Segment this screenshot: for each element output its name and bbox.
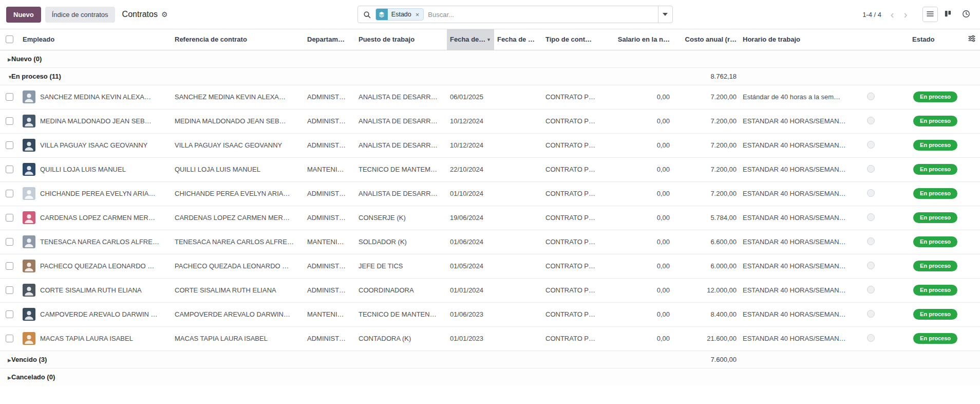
search-input[interactable]: [424, 11, 657, 19]
employee-avatar: [23, 139, 35, 152]
activity-status-icon[interactable]: [867, 141, 875, 149]
kanban-view-button[interactable]: [940, 7, 956, 22]
table-row[interactable]: CORTE SISALIMA RUTH ELIANA CORTE SISALIM…: [0, 278, 980, 302]
column-header-salario[interactable]: Salario en la n…: [607, 29, 673, 50]
search-dropdown-toggle[interactable]: [658, 6, 672, 23]
column-header-puesto[interactable]: Puesto de trabajo: [355, 29, 447, 50]
filter-facet-estado[interactable]: Estado ×: [375, 8, 424, 21]
cell-end-date: [494, 326, 542, 351]
cell-position: CONTADORA (K): [355, 326, 447, 351]
cell-end-date: [494, 230, 542, 254]
activity-status-icon[interactable]: [867, 213, 875, 221]
table-row[interactable]: PACHECO QUEZADA LEONARDO … PACHECO QUEZA…: [0, 254, 980, 278]
table-row[interactable]: QUILLI LOJA LUIS MANUEL QUILLI LOJA LUIS…: [0, 157, 980, 181]
employee-avatar: [23, 187, 35, 200]
gear-icon[interactable]: ⚙: [161, 10, 168, 19]
cell-end-date: [494, 133, 542, 157]
table-row[interactable]: SANCHEZ MEDINA KEVIN ALEXA… SANCHEZ MEDI…: [0, 85, 980, 109]
column-header-estado[interactable]: Estado: [909, 29, 964, 50]
cell-department: MANTENI…: [304, 230, 355, 254]
activity-status-icon[interactable]: [867, 334, 875, 342]
group-row[interactable]: ▶Vencido (3) 7.600,00: [0, 351, 980, 368]
row-checkbox[interactable]: [6, 93, 13, 101]
group-caret-icon[interactable]: ▶: [3, 57, 11, 62]
activity-view-button[interactable]: [958, 7, 974, 22]
activity-status-icon[interactable]: [867, 117, 875, 124]
column-header-departamento[interactable]: Departam…: [304, 29, 355, 50]
row-checkbox[interactable]: [6, 141, 13, 149]
cell-contract-type: CONTRATO P…: [542, 230, 607, 254]
cell-department: ADMINIST…: [304, 254, 355, 278]
sort-desc-icon: ▾: [487, 37, 490, 42]
status-badge: En proceso: [913, 212, 957, 223]
activity-status-icon[interactable]: [867, 93, 875, 100]
row-checkbox[interactable]: [6, 190, 13, 197]
cell-end-date: [494, 109, 542, 133]
new-button[interactable]: Nuevo: [6, 7, 41, 23]
table-row[interactable]: TENESACA NAREA CARLOS ALFRE… TENESACA NA…: [0, 230, 980, 254]
pager-next-button[interactable]: ›: [899, 7, 912, 22]
table-row[interactable]: MEDINA MALDONADO JEAN SEB… MEDINA MALDON…: [0, 109, 980, 133]
breadcrumb-index-button[interactable]: Índice de contratos: [45, 7, 115, 23]
activity-status-icon[interactable]: [867, 189, 875, 197]
activity-status-icon[interactable]: [867, 262, 875, 269]
facet-remove-icon[interactable]: ×: [415, 11, 424, 18]
cell-schedule: ESTANDAR 40 HORAS/SEMAN…: [740, 181, 858, 206]
search-bar[interactable]: Estado ×: [357, 6, 673, 23]
table-row[interactable]: CHICHANDE PEREA EVELYN ARIA… CHICHANDE P…: [0, 181, 980, 206]
group-label: En proceso (11): [11, 72, 61, 80]
cell-annual-cost: 7.200,00: [673, 157, 740, 181]
employee-name: MEDINA MALDONADO JEAN SEB…: [40, 117, 152, 125]
activity-status-icon[interactable]: [867, 286, 875, 293]
group-caret-icon[interactable]: ▶: [3, 358, 11, 363]
activity-status-icon[interactable]: [867, 165, 875, 173]
row-checkbox[interactable]: [6, 238, 13, 246]
group-row[interactable]: ▶Cancelado (0): [0, 368, 980, 385]
status-badge: En proceso: [913, 140, 957, 151]
column-header-referencia[interactable]: Referencia de contrato: [172, 29, 304, 50]
column-header-empleado[interactable]: Empleado: [20, 29, 172, 50]
status-badge: En proceso: [913, 236, 957, 247]
cell-contract-type: CONTRATO P…: [542, 278, 607, 302]
column-header-fecha-inicio[interactable]: Fecha de…▾: [447, 29, 494, 50]
column-header-horario[interactable]: Horario de trabajo: [740, 29, 858, 50]
group-caret-icon[interactable]: ▼: [3, 75, 11, 80]
column-header-fecha-fin[interactable]: Fecha de …: [494, 29, 542, 50]
activity-status-icon[interactable]: [867, 237, 875, 245]
row-checkbox[interactable]: [6, 286, 13, 294]
row-checkbox[interactable]: [6, 166, 13, 173]
status-badge: En proceso: [913, 164, 957, 175]
select-all-checkbox[interactable]: [6, 35, 13, 43]
cell-reference: CORTE SISALIMA RUTH ELIANA: [172, 278, 304, 302]
cell-contract-type: CONTRATO P…: [542, 206, 607, 230]
cell-salary: 0,00: [607, 85, 673, 109]
cell-end-date: [494, 181, 542, 206]
row-checkbox[interactable]: [6, 214, 13, 222]
status-badge: En proceso: [913, 333, 957, 344]
pager-previous-button[interactable]: ‹: [885, 7, 899, 22]
row-checkbox[interactable]: [6, 310, 13, 318]
cell-annual-cost: 7.200,00: [673, 109, 740, 133]
row-checkbox[interactable]: [6, 117, 13, 125]
table-row[interactable]: CARDENAS LOPEZ CARMEN MER… CARDENAS LOPE…: [0, 206, 980, 230]
column-header-tipo-contrato[interactable]: Tipo de cont…: [542, 29, 607, 50]
page-title: Contratos: [122, 10, 158, 19]
row-checkbox[interactable]: [6, 262, 13, 270]
group-row[interactable]: ▼En proceso (11) 8.762,18: [0, 67, 980, 85]
table-row[interactable]: MACAS TAPIA LAURA ISABEL MACAS TAPIA LAU…: [0, 326, 980, 351]
cell-position: SOLDADOR (K): [355, 230, 447, 254]
table-row[interactable]: CAMPOVERDE AREVALO DARWIN … CAMPOVERDE A…: [0, 302, 980, 326]
cell-contract-type: CONTRATO P…: [542, 181, 607, 206]
table-row[interactable]: VILLA PAGUAY ISAAC GEOVANNY VILLA PAGUAY…: [0, 133, 980, 157]
list-view-button[interactable]: [922, 7, 938, 22]
cell-annual-cost: 7.200,00: [673, 133, 740, 157]
group-row[interactable]: ▶Nuevo (0): [0, 50, 980, 67]
employee-avatar: [23, 308, 35, 321]
cell-schedule: ESTANDAR 40 HORAS/SEMAN…: [740, 326, 858, 351]
row-checkbox[interactable]: [6, 335, 13, 342]
column-header-costo-anual[interactable]: Costo anual (r…: [673, 29, 740, 50]
column-options-icon[interactable]: [968, 36, 976, 44]
group-caret-icon[interactable]: ▶: [3, 375, 11, 380]
cell-department: ADMINIST…: [304, 133, 355, 157]
activity-status-icon[interactable]: [867, 310, 875, 318]
